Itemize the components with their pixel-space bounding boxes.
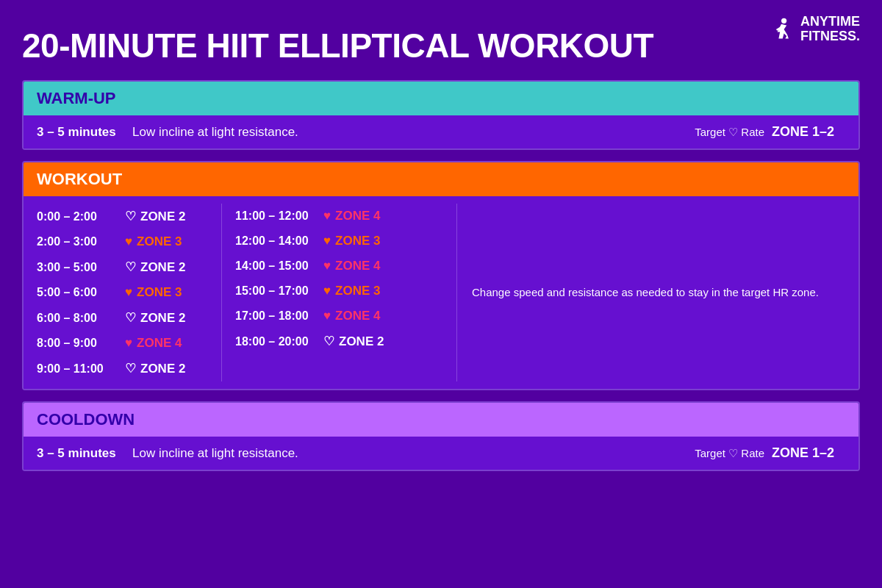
row-zone: ♡ ZONE 2 — [125, 259, 185, 275]
cooldown-time: 3 – 5 minutes — [37, 446, 132, 461]
row-time: 18:00 – 20:00 — [235, 335, 323, 348]
workout-row: 5:00 – 6:00 ♥ ZONE 3 — [37, 280, 221, 305]
heart-icon: ♥ — [323, 234, 331, 248]
workout-header: WORKOUT — [24, 162, 858, 196]
row-time: 8:00 – 9:00 — [37, 337, 125, 350]
heart-icon: ♡ — [125, 259, 136, 275]
warmup-section: WARM-UP 3 – 5 minutes Low incline at lig… — [22, 80, 860, 150]
brand-name: ANYTIME FITNESS. — [800, 15, 860, 44]
page-title: 20-MINUTE HIIT ELLIPTICAL WORKOUT — [22, 26, 860, 65]
heart-icon: ♡ — [125, 209, 136, 224]
heart-icon: ♥ — [125, 285, 132, 300]
zone-label: ZONE 4 — [137, 336, 182, 351]
zone-label: ZONE 3 — [137, 234, 182, 249]
row-zone: ♥ ZONE 3 — [323, 234, 381, 248]
zone-label: ZONE 4 — [335, 209, 380, 223]
zone-label: ZONE 3 — [137, 285, 182, 300]
row-time: 0:00 – 2:00 — [37, 210, 125, 223]
cooldown-section: COOLDOWN 3 – 5 minutes Low incline at li… — [22, 401, 860, 471]
zone-label: ZONE 3 — [335, 284, 380, 298]
cooldown-header: COOLDOWN — [24, 403, 858, 437]
row-time: 11:00 – 12:00 — [235, 209, 323, 223]
row-zone: ♥ ZONE 3 — [125, 285, 182, 300]
row-time: 5:00 – 6:00 — [37, 286, 125, 299]
row-zone: ♡ ZONE 2 — [125, 310, 185, 326]
row-zone: ♥ ZONE 4 — [125, 336, 182, 351]
heart-icon: ♥ — [323, 309, 331, 323]
workout-row: 18:00 – 20:00 ♡ ZONE 2 — [235, 329, 456, 354]
warmup-time: 3 – 5 minutes — [37, 125, 132, 140]
warmup-zone: ZONE 1–2 — [772, 124, 845, 140]
row-time: 17:00 – 18:00 — [235, 309, 323, 323]
workout-note-col: Change speed and resistance as needed to… — [457, 204, 845, 381]
row-time: 2:00 – 3:00 — [37, 235, 125, 248]
heart-icon: ♡ — [125, 361, 136, 376]
row-zone: ♡ ZONE 2 — [323, 334, 384, 349]
row-zone: ♡ ZONE 2 — [125, 361, 185, 376]
workout-note: Change speed and resistance as needed to… — [472, 284, 819, 301]
row-time: 6:00 – 8:00 — [37, 312, 125, 325]
workout-row: 17:00 – 18:00 ♥ ZONE 4 — [235, 304, 456, 329]
row-zone: ♥ ZONE 4 — [323, 209, 381, 223]
heart-icon: ♥ — [323, 209, 331, 223]
workout-row: 6:00 – 8:00 ♡ ZONE 2 — [37, 305, 221, 331]
runner-icon — [768, 16, 795, 43]
row-zone: ♡ ZONE 2 — [125, 209, 185, 224]
zone-label: ZONE 3 — [335, 234, 380, 248]
cooldown-description: Low incline at light resistance. — [132, 446, 695, 461]
row-zone: ♥ ZONE 4 — [323, 259, 381, 273]
workout-row: 15:00 – 17:00 ♥ ZONE 3 — [235, 279, 456, 304]
zone-label: ZONE 2 — [140, 260, 185, 275]
row-time: 3:00 – 5:00 — [37, 261, 125, 274]
zone-label: ZONE 4 — [335, 259, 380, 273]
page-container: ANYTIME FITNESS. 20-MINUTE HIIT ELLIPTIC… — [0, 0, 882, 588]
row-time: 15:00 – 17:00 — [235, 284, 323, 298]
workout-section: WORKOUT 0:00 – 2:00 ♡ ZONE 2 2:00 – 3:00… — [22, 161, 860, 390]
heart-icon: ♥ — [125, 234, 132, 249]
row-zone: ♥ ZONE 3 — [125, 234, 182, 249]
workout-row: 2:00 – 3:00 ♥ ZONE 3 — [37, 229, 221, 254]
cooldown-target-label: Target ♡ Rate — [695, 447, 764, 460]
workout-row: 8:00 – 9:00 ♥ ZONE 4 — [37, 331, 221, 356]
zone-label: ZONE 2 — [140, 209, 185, 224]
row-zone: ♥ ZONE 3 — [323, 284, 381, 298]
svg-point-0 — [781, 18, 786, 23]
workout-body: 0:00 – 2:00 ♡ ZONE 2 2:00 – 3:00 ♥ ZONE … — [24, 196, 858, 389]
workout-row: 12:00 – 14:00 ♥ ZONE 3 — [235, 229, 456, 254]
zone-label: ZONE 2 — [140, 362, 185, 376]
heart-icon: ♥ — [323, 259, 331, 273]
warmup-description: Low incline at light resistance. — [132, 125, 695, 140]
workout-row: 11:00 – 12:00 ♥ ZONE 4 — [235, 204, 456, 229]
workout-row: 9:00 – 11:00 ♡ ZONE 2 — [37, 356, 221, 381]
cooldown-row: 3 – 5 minutes Low incline at light resis… — [24, 437, 858, 470]
zone-label: ZONE 4 — [335, 309, 380, 323]
heart-icon: ♡ — [323, 334, 334, 349]
row-time: 14:00 – 15:00 — [235, 259, 323, 273]
heart-icon: ♡ — [125, 310, 136, 326]
workout-row: 3:00 – 5:00 ♡ ZONE 2 — [37, 254, 221, 280]
zone-label: ZONE 2 — [140, 311, 185, 326]
cooldown-zone: ZONE 1–2 — [772, 445, 845, 461]
warmup-row: 3 – 5 minutes Low incline at light resis… — [24, 115, 858, 148]
workout-row: 14:00 – 15:00 ♥ ZONE 4 — [235, 254, 456, 279]
zone-label: ZONE 2 — [339, 334, 384, 349]
heart-icon: ♥ — [323, 284, 331, 298]
brand-logo: ANYTIME FITNESS. — [768, 15, 860, 44]
warmup-target-label: Target ♡ Rate — [695, 126, 764, 139]
row-time: 12:00 – 14:00 — [235, 234, 323, 248]
heart-icon: ♥ — [125, 336, 132, 351]
row-zone: ♥ ZONE 4 — [323, 309, 381, 323]
warmup-header: WARM-UP — [24, 82, 858, 115]
row-time: 9:00 – 11:00 — [37, 362, 125, 376]
workout-row: 0:00 – 2:00 ♡ ZONE 2 — [37, 204, 221, 229]
workout-right-col: 11:00 – 12:00 ♥ ZONE 4 12:00 – 14:00 ♥ Z… — [222, 204, 457, 381]
workout-left-col: 0:00 – 2:00 ♡ ZONE 2 2:00 – 3:00 ♥ ZONE … — [24, 204, 222, 381]
